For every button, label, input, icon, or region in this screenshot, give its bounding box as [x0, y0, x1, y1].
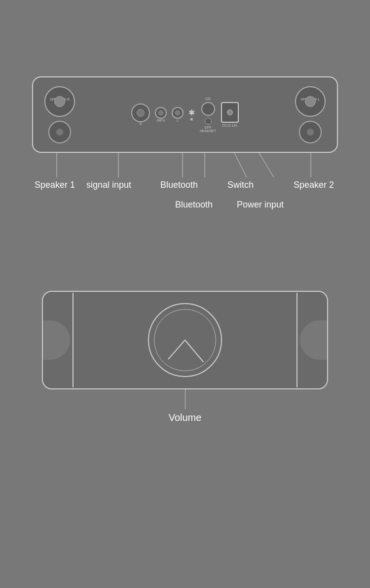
connector-lines-svg: [32, 153, 338, 180]
speaker-r-port-small: [48, 121, 71, 143]
bottom-diagram: Volume: [32, 291, 338, 423]
bt-col: ✱ ✖: [188, 108, 195, 122]
power-switch-col: DC12-14V: [221, 102, 239, 127]
device-back-panel: SPEAKER-R R INPU L: [32, 76, 338, 153]
switch-label: Switch: [227, 180, 254, 190]
mini-port: [205, 118, 212, 125]
device-front-panel: [42, 291, 328, 389]
headset-port: [201, 102, 215, 116]
bluetooth-top-label: Bluetooth: [160, 180, 198, 190]
volume-knob[interactable]: [148, 303, 222, 377]
right-speaker-section: SPEAKER-L: [291, 86, 330, 143]
speaker-l-port-small: [299, 121, 322, 143]
headset-col: ON OFF HEADSET: [200, 97, 216, 133]
inpu-col: INPU: [155, 107, 167, 122]
svg-line-7: [168, 340, 185, 359]
front-right-edge: [296, 293, 326, 387]
speaker-l-port: SPEAKER-L: [295, 86, 326, 117]
power-switch: [221, 102, 239, 123]
headset-label: HEADSET: [200, 129, 216, 133]
dc-label: DC12-14V: [222, 124, 237, 127]
speaker1-label: Speaker 1: [35, 180, 75, 190]
bluetooth-bottom-label: Bluetooth: [175, 200, 213, 210]
svg-line-4: [259, 153, 274, 177]
top-diagram: SPEAKER-R R INPU L: [27, 76, 343, 215]
inpu-label: INPU: [157, 119, 165, 122]
left-speaker-section: SPEAKER-R: [40, 86, 79, 143]
off-label: OFF: [205, 126, 212, 129]
power-input-label: Power input: [237, 200, 284, 210]
inpu-port: [155, 107, 167, 119]
speaker2-label: Speaker 2: [294, 180, 334, 190]
speaker-l-label: SPEAKER-L: [300, 98, 320, 101]
volume-knob-svg: [149, 304, 221, 376]
bt-label: ✖: [190, 117, 193, 122]
center-controls: R INPU L ✱ ✖ ON: [79, 97, 291, 133]
r-input-col: R: [131, 104, 150, 126]
volume-connector-line: [185, 389, 185, 409]
volume-label: Volume: [169, 412, 202, 423]
signal-input-label: signal input: [86, 180, 131, 190]
svg-line-3: [234, 153, 247, 177]
speaker-r-label: SPEAKER-R: [50, 98, 70, 101]
bluetooth-symbol: ✱: [188, 108, 195, 117]
front-left-edge: [44, 293, 74, 387]
speaker-r-port: SPEAKER-R: [44, 86, 75, 117]
on-label: ON: [205, 97, 211, 101]
l-input-label: L: [177, 119, 179, 122]
switch-dot: [227, 109, 233, 115]
r-input-port: [131, 104, 150, 122]
l-input-port: [172, 107, 184, 119]
l-input-col: L: [172, 107, 184, 122]
r-input-label: R: [139, 122, 142, 126]
